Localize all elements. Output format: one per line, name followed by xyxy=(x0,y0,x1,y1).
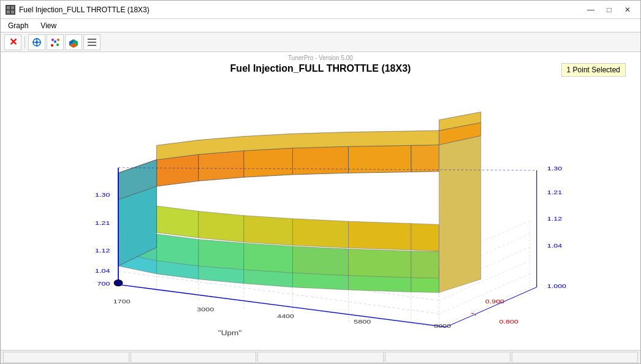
status-bar xyxy=(1,350,640,363)
x-label-4400: 4400 xyxy=(277,313,294,319)
svg-marker-73 xyxy=(439,136,480,293)
status-seg-5 xyxy=(512,352,638,363)
y-label-104-right: 1.04 xyxy=(547,242,562,248)
svg-point-11 xyxy=(56,44,59,46)
y-label-112-right: 1.12 xyxy=(547,216,562,222)
x-label-1700: 1700 xyxy=(113,298,131,304)
svg-marker-59 xyxy=(349,221,411,250)
svg-marker-65 xyxy=(292,146,348,175)
window-title: Fuel Injection_FULL THROTTLE (18X3) xyxy=(19,6,150,14)
status-segments xyxy=(3,352,638,363)
svg-rect-0 xyxy=(7,6,10,9)
y-label-121-right: 1.21 xyxy=(547,189,562,195)
status-seg-2 xyxy=(131,352,257,363)
svg-point-7 xyxy=(36,41,38,44)
svg-marker-55 xyxy=(157,206,199,238)
crosshair-icon xyxy=(31,37,42,48)
z-label-0800: 0.800 xyxy=(499,318,518,324)
chart-title: Fuel Injection_FULL THROTTLE (18X3) xyxy=(230,63,411,74)
x-label-8000: 8000 xyxy=(434,323,451,329)
status-seg-1 xyxy=(3,352,129,363)
red-dash: -. xyxy=(471,308,477,317)
svg-marker-67 xyxy=(411,145,439,172)
scatter-icon xyxy=(50,37,61,48)
minimize-button[interactable]: — xyxy=(583,4,599,15)
y-label-104-left: 1.04 xyxy=(95,268,110,274)
surface-side-left xyxy=(118,160,157,266)
surface-high xyxy=(118,112,481,200)
chart-svg: 1.30 1.21 1.12 1.04 700 1.30 1.21 1.12 1… xyxy=(7,83,634,338)
svg-marker-49 xyxy=(199,240,244,270)
toolbar-scatter-button[interactable] xyxy=(47,34,64,50)
svg-marker-56 xyxy=(199,211,244,242)
toolbar: ✕ xyxy=(1,32,640,52)
menu-view[interactable]: View xyxy=(38,21,59,30)
y-label-121-left: 1.21 xyxy=(95,220,110,226)
status-seg-3 xyxy=(257,352,384,363)
svg-rect-2 xyxy=(7,10,10,13)
svg-marker-66 xyxy=(349,145,411,173)
surface-icon xyxy=(68,37,79,48)
svg-marker-58 xyxy=(292,219,348,248)
x-icon: ✕ xyxy=(9,36,17,48)
status-seg-4 xyxy=(385,352,511,363)
x-label-3000: 3000 xyxy=(197,306,214,312)
y-label-112-left: 1.12 xyxy=(95,248,110,254)
svg-marker-57 xyxy=(244,216,293,246)
toolbar-lines-button[interactable] xyxy=(83,34,101,50)
right-y-axis xyxy=(446,287,537,327)
svg-point-8 xyxy=(51,44,53,47)
window-icon xyxy=(6,5,15,15)
svg-rect-3 xyxy=(11,10,14,13)
chart-area[interactable]: TunerPro - Version 5.00 Fuel Injection_F… xyxy=(1,52,640,350)
surface-right-face xyxy=(439,136,480,293)
close-button[interactable]: ✕ xyxy=(620,4,635,15)
svg-marker-62 xyxy=(157,154,199,186)
y-label-1000: 1.000 xyxy=(547,283,566,289)
z-label-0900: 0.900 xyxy=(485,298,504,304)
svg-marker-50 xyxy=(244,243,293,273)
svg-marker-64 xyxy=(244,148,293,178)
y-label-130-left: 1.30 xyxy=(95,192,110,198)
svg-rect-1 xyxy=(11,6,14,9)
x-axis-label: "Upm" xyxy=(218,329,241,336)
selected-point xyxy=(114,280,123,286)
toolbar-crosshair-button[interactable] xyxy=(28,34,45,50)
title-bar-controls: — □ ✕ xyxy=(583,4,635,15)
main-window: Fuel Injection_FULL THROTTLE (18X3) — □ … xyxy=(0,0,641,364)
point-selected-badge: 1 Point Selected xyxy=(561,63,626,77)
svg-point-9 xyxy=(54,40,56,43)
svg-marker-53 xyxy=(411,251,439,278)
toolbar-separator xyxy=(25,36,25,48)
svg-marker-48 xyxy=(157,234,199,266)
svg-marker-51 xyxy=(292,246,348,276)
toolbar-close-button[interactable]: ✕ xyxy=(4,34,21,50)
menu-graph[interactable]: Graph xyxy=(6,21,31,30)
menu-bar: Graph View xyxy=(1,19,640,32)
main-content: TunerPro - Version 5.00 Fuel Injection_F… xyxy=(1,52,640,350)
svg-marker-63 xyxy=(199,151,244,181)
svg-marker-52 xyxy=(349,249,411,278)
y-label-130-right: 1.30 xyxy=(547,165,562,171)
maximize-button[interactable]: □ xyxy=(601,4,617,15)
x-label-5800: 5800 xyxy=(354,318,371,324)
toolbar-surface-button[interactable] xyxy=(65,34,82,50)
svg-point-12 xyxy=(51,39,54,41)
title-bar: Fuel Injection_FULL THROTTLE (18X3) — □ … xyxy=(1,1,640,19)
svg-marker-60 xyxy=(411,224,439,251)
watermark: TunerPro - Version 5.00 xyxy=(288,55,353,61)
svg-point-10 xyxy=(57,39,59,41)
lines-icon xyxy=(86,37,97,48)
y-label-700: 700 xyxy=(97,280,110,286)
title-bar-left: Fuel Injection_FULL THROTTLE (18X3) xyxy=(6,5,150,15)
